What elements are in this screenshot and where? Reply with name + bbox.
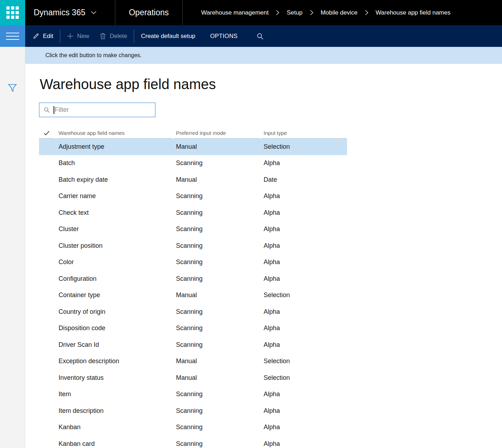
edit-button[interactable]: Edit xyxy=(27,25,59,47)
breadcrumb-item-setup[interactable]: Setup xyxy=(287,9,302,16)
cell-input-type: Alpha xyxy=(262,221,347,238)
column-header-field-names[interactable]: Warehouse app field names xyxy=(57,128,172,138)
row-select-cell[interactable] xyxy=(39,171,54,188)
options-menu-button[interactable]: OPTIONS xyxy=(205,25,243,47)
table-row[interactable]: Item description Scanning Alpha xyxy=(39,403,347,419)
row-select-cell[interactable] xyxy=(39,155,54,172)
table-row[interactable]: Carrier name Scanning Alpha xyxy=(39,188,347,205)
cell-field-name: Batch expiry date xyxy=(57,171,172,188)
row-select-cell[interactable] xyxy=(39,237,54,254)
row-select-cell[interactable] xyxy=(39,337,54,353)
table-row[interactable]: Color Scanning Alpha xyxy=(39,254,347,271)
app-launcher-button[interactable] xyxy=(0,0,25,25)
row-select-cell[interactable] xyxy=(39,204,54,221)
cell-input-type: Selection xyxy=(262,138,347,155)
cell-field-name: Color xyxy=(57,254,172,271)
table-row[interactable]: Batch Scanning Alpha xyxy=(39,155,347,172)
row-select-cell[interactable] xyxy=(39,188,54,205)
cell-field-name: Kanban card xyxy=(57,436,172,448)
cell-input-type: Alpha xyxy=(262,419,347,436)
cell-field-name: Check text xyxy=(57,204,172,221)
row-select-cell[interactable] xyxy=(39,419,54,436)
row-select-cell[interactable] xyxy=(39,254,54,271)
notification-bar: Click the edit button to make changes. xyxy=(25,47,502,64)
product-menu-button[interactable]: Dynamics 365 xyxy=(25,0,115,25)
breadcrumb: Warehouse management Setup Mobile device… xyxy=(201,0,451,25)
cell-preferred-input-mode: Manual xyxy=(175,138,259,155)
table-row[interactable]: Kanban card Scanning Alpha xyxy=(39,436,347,448)
cell-input-type: Selection xyxy=(262,287,347,304)
cell-field-name: Adjustment type xyxy=(57,138,172,155)
cell-input-type: Alpha xyxy=(262,337,347,353)
table-row[interactable]: Kanban Scanning Alpha xyxy=(39,419,347,436)
trash-icon xyxy=(100,33,106,39)
table-row[interactable]: Exception description Manual Selection xyxy=(39,353,347,370)
breadcrumb-item-module[interactable]: Warehouse management xyxy=(201,9,269,16)
filter-pane-button[interactable] xyxy=(6,82,18,94)
row-select-cell[interactable] xyxy=(39,436,54,448)
left-sidebar xyxy=(0,47,25,448)
cell-preferred-input-mode: Scanning xyxy=(175,221,259,238)
table-row[interactable]: Batch expiry date Manual Date xyxy=(39,171,347,188)
delete-button[interactable]: Delete xyxy=(94,25,132,47)
cell-field-name: Country of origin xyxy=(57,304,172,320)
cell-preferred-input-mode: Manual xyxy=(175,287,259,304)
table-row[interactable]: Inventory status Manual Selection xyxy=(39,370,347,386)
cell-field-name: Kanban xyxy=(57,419,172,436)
cell-input-type: Date xyxy=(262,171,347,188)
cell-preferred-input-mode: Scanning xyxy=(175,403,259,419)
grid-header-row: Warehouse app field names Preferred inpu… xyxy=(39,128,347,138)
cell-preferred-input-mode: Scanning xyxy=(175,337,259,353)
funnel-icon xyxy=(8,84,17,92)
row-select-cell[interactable] xyxy=(39,221,54,238)
product-name: Dynamics 365 xyxy=(34,8,85,17)
checkmark-icon xyxy=(44,131,50,136)
cell-preferred-input-mode: Scanning xyxy=(175,237,259,254)
divider xyxy=(182,0,183,25)
navigation-pane-toggle-button[interactable] xyxy=(0,25,25,47)
cell-field-name: Cluster xyxy=(57,221,172,238)
row-select-cell[interactable] xyxy=(39,403,54,419)
row-select-cell[interactable] xyxy=(39,386,54,403)
table-row[interactable]: Cluster Scanning Alpha xyxy=(39,221,347,238)
table-row[interactable]: Container type Manual Selection xyxy=(39,287,347,304)
new-button[interactable]: New xyxy=(62,25,94,47)
table-row[interactable]: Check text Scanning Alpha xyxy=(39,204,347,221)
table-row[interactable]: Disposition code Scanning Alpha xyxy=(39,320,347,337)
cell-input-type: Alpha xyxy=(262,386,347,403)
command-search-button[interactable] xyxy=(252,25,268,47)
cell-field-name: Inventory status xyxy=(57,370,172,386)
table-row[interactable]: Driver Scan Id Scanning Alpha xyxy=(39,337,347,353)
row-select-cell[interactable] xyxy=(39,370,54,386)
grid-filter-input[interactable] xyxy=(55,106,152,114)
table-row[interactable]: Adjustment type Manual Selection xyxy=(39,138,347,155)
row-select-cell[interactable] xyxy=(39,320,54,337)
cell-input-type: Selection xyxy=(262,370,347,386)
cell-input-type: Alpha xyxy=(262,320,347,337)
search-icon xyxy=(44,107,50,113)
column-header-preferred-input-mode[interactable]: Preferred input mode xyxy=(175,128,259,138)
row-select-cell[interactable] xyxy=(39,304,54,320)
app-name-button[interactable]: Operations xyxy=(115,0,182,25)
table-row[interactable]: Country of origin Scanning Alpha xyxy=(39,304,347,320)
grid-body: Adjustment type Manual Selection Batch S… xyxy=(39,138,347,448)
breadcrumb-item-current-page: Warehouse app field names xyxy=(376,9,451,16)
row-select-cell[interactable] xyxy=(39,287,54,304)
breadcrumb-item-mobile-device[interactable]: Mobile device xyxy=(321,9,358,16)
cell-preferred-input-mode: Scanning xyxy=(175,155,259,172)
cell-input-type: Alpha xyxy=(262,436,347,448)
cell-preferred-input-mode: Manual xyxy=(175,353,259,370)
grid-filter[interactable] xyxy=(39,103,155,117)
select-all-column-header[interactable] xyxy=(39,128,54,138)
divider xyxy=(60,29,60,43)
create-default-setup-button[interactable]: Create default setup xyxy=(136,25,200,47)
table-row[interactable]: Cluster position Scanning Alpha xyxy=(39,237,347,254)
column-header-input-type[interactable]: Input type xyxy=(262,128,347,138)
row-select-cell[interactable] xyxy=(39,353,54,370)
row-select-cell[interactable] xyxy=(39,271,54,287)
cell-preferred-input-mode: Scanning xyxy=(175,320,259,337)
table-row[interactable]: Item Scanning Alpha xyxy=(39,386,347,403)
cell-preferred-input-mode: Manual xyxy=(175,370,259,386)
table-row[interactable]: Configuration Scanning Alpha xyxy=(39,271,347,287)
row-select-cell[interactable] xyxy=(39,138,54,155)
